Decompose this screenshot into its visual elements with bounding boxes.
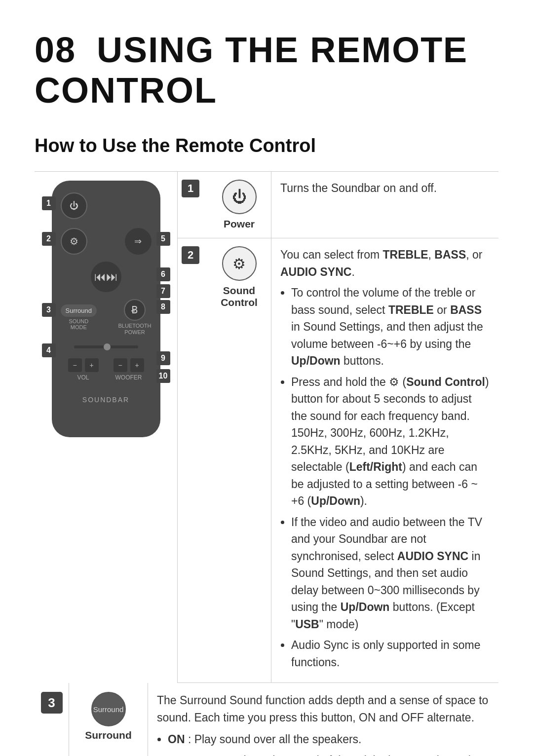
row2-badge: 2 [182,246,199,264]
remote-sound-control-btn[interactable]: ⚙ [61,228,87,255]
woofer-label: WOOFER [115,374,142,381]
bluetooth-area: Ƀ BLUETOOTHPOWER [118,299,151,336]
woofer-down-btn[interactable]: − [114,358,127,372]
remote-input-btn[interactable]: ⇒ [125,228,152,255]
row3-icon-cell: Surround Surround [69,683,148,756]
remote-body: ⏻ 1 ⚙ 2 ⇒ 5 [52,181,160,437]
row3-badge: 3 [41,692,63,714]
page-title: 08 USING THE REMOTE CONTROL [35,30,498,111]
badge-6: 6 [156,267,170,281]
vol-woofer-row: − + VOL − + WOOFER [61,358,152,381]
sound-control-label: Sound Control [211,285,267,308]
row1-badge: 1 [182,180,199,197]
remote-surround-btn[interactable]: Surround [61,304,97,317]
remote-playback-btn[interactable]: ⏮⏭ [91,262,121,292]
remote-bluetooth-btn[interactable]: Ƀ [124,299,146,321]
vol-item: − + VOL [68,358,99,381]
badge-9: 9 [156,351,170,365]
row2-desc: You can select from TREBLE, BASS, or AUD… [271,238,498,682]
sound-mode-label: SOUNDMODE [69,318,88,330]
badge-10: 10 [156,369,170,383]
bluetooth-label: BLUETOOTHPOWER [118,323,151,336]
row3-desc: The Surround Sound function adds depth a… [148,683,498,756]
section-title: How to Use the Remote Control [35,135,498,156]
woofer-item: − + WOOFER [114,358,144,381]
badge-5: 5 [156,232,170,246]
table-row-2: 2 ⚙ Sound Control You can select from TR… [178,238,498,683]
badge-3: 3 [42,303,56,317]
remote-power-btn[interactable]: ⏻ [61,192,87,219]
row1-desc: Turns the Soundbar on and off. [271,172,498,238]
table-row-1: 1 ⏻ Power Turns the Soundbar on and off. [178,172,498,238]
vol-up-btn[interactable]: + [85,358,99,372]
power-label: Power [224,218,255,230]
vol-label: VOL [77,374,89,381]
badge-7: 7 [156,284,170,298]
badge-2: 2 [42,232,56,246]
soundbar-label: SOUNDBAR [82,396,129,404]
badge-4: 4 [42,343,56,357]
surround-bullet-on: ON : Play sound over all the speakers. [168,731,490,748]
surround-icon: Surround [91,692,126,726]
vol-down-btn[interactable]: − [68,358,82,372]
table-row-3: 3 Surround Surround The Surround Sound f… [35,683,498,756]
sound-control-icon: ⚙ [222,246,257,281]
badge-8: 8 [156,300,170,314]
badge-1: 1 [42,196,56,210]
woofer-up-btn[interactable]: + [130,358,144,372]
remote-image-cell: ⏻ 1 ⚙ 2 ⇒ 5 [35,172,178,683]
remote-slider[interactable] [74,345,138,348]
surround-bullet-off: OFF : You can hear the sound of the orig… [168,752,490,756]
remote-wrapper: ⏻ 1 ⚙ 2 ⇒ 5 [39,172,173,437]
surround-label: Surround [85,729,132,741]
power-icon: ⏻ [222,180,257,214]
